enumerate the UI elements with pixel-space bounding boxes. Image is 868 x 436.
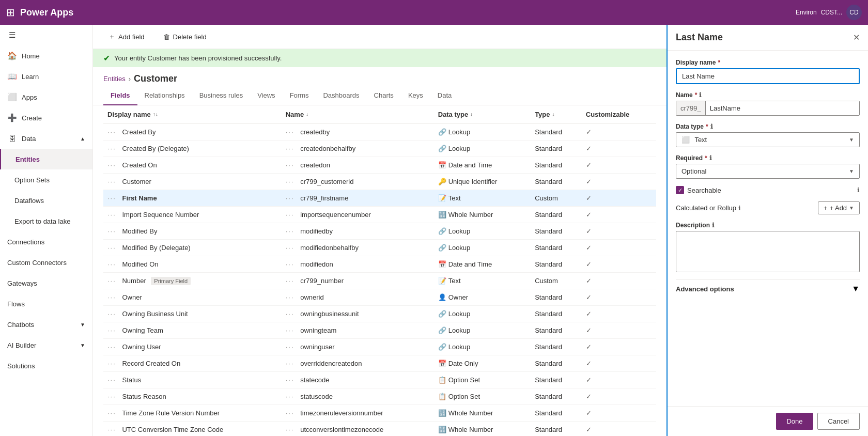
row-menu-icon[interactable]: ··· xyxy=(107,145,116,152)
tab-charts[interactable]: Charts xyxy=(367,86,401,105)
th-name[interactable]: Name ↓ xyxy=(282,105,434,124)
cell-type: Custom xyxy=(531,190,582,207)
row-menu-icon[interactable]: ··· xyxy=(107,409,116,417)
row-menu-icon[interactable]: ··· xyxy=(107,426,116,433)
tab-data[interactable]: Data xyxy=(430,86,459,105)
calculated-info-icon[interactable]: ℹ xyxy=(738,205,741,212)
row-menu-icon[interactable]: ··· xyxy=(107,244,116,252)
sidebar-item-apps[interactable]: ⬜ Apps xyxy=(0,87,92,107)
required-select[interactable]: Optional ▼ xyxy=(676,164,860,179)
breadcrumb-parent[interactable]: Entities xyxy=(103,75,126,83)
row-name-menu-icon[interactable]: ··· xyxy=(286,128,295,136)
sidebar-item-connections[interactable]: Connections xyxy=(0,231,92,252)
done-button[interactable]: Done xyxy=(776,413,813,430)
row-menu-icon[interactable]: ··· xyxy=(107,227,116,235)
row-name-menu-icon[interactable]: ··· xyxy=(286,393,295,400)
sidebar-item-entities[interactable]: Entities xyxy=(0,149,92,169)
sidebar-item-solutions[interactable]: Solutions xyxy=(0,355,92,376)
sidebar-item-create[interactable]: ➕ Create xyxy=(0,107,92,128)
cell-type: Custom xyxy=(531,273,582,289)
advanced-options-row[interactable]: Advanced options ▼ xyxy=(676,279,860,298)
tab-fields[interactable]: Fields xyxy=(103,86,137,105)
sidebar-item-option-sets[interactable]: Option Sets xyxy=(0,169,92,190)
panel-close-button[interactable]: ✕ xyxy=(853,33,860,42)
row-menu-icon[interactable]: ··· xyxy=(107,326,116,334)
sidebar-item-export-data-lake[interactable]: Export to data lake xyxy=(0,211,92,231)
sidebar-item-flows[interactable]: Flows xyxy=(0,293,92,314)
row-name-menu-icon[interactable]: ··· xyxy=(286,260,295,268)
tab-keys[interactable]: Keys xyxy=(401,86,430,105)
data-type-icon: 🔗 xyxy=(438,343,446,351)
sidebar-item-custom-connectors-label: Custom Connectors xyxy=(7,259,67,267)
row-menu-icon[interactable]: ··· xyxy=(107,343,116,351)
row-name-menu-icon[interactable]: ··· xyxy=(286,426,295,433)
row-name-menu-icon[interactable]: ··· xyxy=(286,145,295,152)
sidebar-item-chatbots-label: Chatbots xyxy=(7,321,34,329)
data-type-select[interactable]: ⬜ Text ▼ xyxy=(676,132,860,147)
delete-field-button[interactable]: 🗑 Delete field xyxy=(158,30,212,44)
row-menu-icon[interactable]: ··· xyxy=(107,260,116,268)
row-name-menu-icon[interactable]: ··· xyxy=(286,360,295,367)
cell-display-name: ··· Owner xyxy=(103,289,282,306)
row-menu-icon[interactable]: ··· xyxy=(107,277,116,285)
th-display-name[interactable]: Display name ↑↓ xyxy=(103,105,282,124)
calculated-add-button[interactable]: + + Add ▼ xyxy=(818,201,860,214)
sidebar-item-chatbots[interactable]: Chatbots ▼ xyxy=(0,314,92,335)
tab-relationships[interactable]: Relationships xyxy=(137,86,192,105)
cancel-button[interactable]: Cancel xyxy=(817,413,860,430)
data-type-info-icon[interactable]: ℹ xyxy=(710,123,713,130)
cell-data-type: 🔑Unique Identifier xyxy=(434,174,531,190)
cell-type: Standard xyxy=(531,157,582,174)
row-name-menu-icon[interactable]: ··· xyxy=(286,310,295,318)
waffle-icon[interactable]: ⊞ xyxy=(6,6,15,19)
sidebar-item-home[interactable]: 🏠 Home xyxy=(0,45,92,66)
row-menu-icon[interactable]: ··· xyxy=(107,194,116,202)
row-menu-icon[interactable]: ··· xyxy=(107,128,116,136)
th-type[interactable]: Type ↓ xyxy=(531,105,582,124)
description-textarea[interactable] xyxy=(676,231,860,272)
row-name-menu-icon[interactable]: ··· xyxy=(286,293,295,301)
row-menu-icon[interactable]: ··· xyxy=(107,376,116,384)
sidebar-item-ai-builder[interactable]: AI Builder ▼ xyxy=(0,335,92,355)
searchable-info-icon[interactable]: ℹ xyxy=(857,186,860,194)
row-name-menu-icon[interactable]: ··· xyxy=(286,376,295,384)
row-menu-icon[interactable]: ··· xyxy=(107,360,116,367)
row-name-menu-icon[interactable]: ··· xyxy=(286,326,295,334)
description-info-icon[interactable]: ℹ xyxy=(712,222,715,229)
sidebar-item-hamburger[interactable]: ☰ xyxy=(0,25,92,45)
display-name-input[interactable] xyxy=(676,68,860,84)
row-name-menu-icon[interactable]: ··· xyxy=(286,194,295,202)
row-name-menu-icon[interactable]: ··· xyxy=(286,244,295,252)
tab-views[interactable]: Views xyxy=(250,86,282,105)
avatar[interactable]: CD xyxy=(846,5,862,20)
row-menu-icon[interactable]: ··· xyxy=(107,393,116,400)
row-name-menu-icon[interactable]: ··· xyxy=(286,409,295,417)
row-menu-icon[interactable]: ··· xyxy=(107,293,116,301)
cell-type: Standard xyxy=(531,124,582,141)
tab-forms[interactable]: Forms xyxy=(283,86,316,105)
row-name-menu-icon[interactable]: ··· xyxy=(286,277,295,285)
sidebar-item-gateways[interactable]: Gateways xyxy=(0,273,92,293)
row-name-menu-icon[interactable]: ··· xyxy=(286,227,295,235)
row-name-menu-icon[interactable]: ··· xyxy=(286,343,295,351)
row-menu-icon[interactable]: ··· xyxy=(107,310,116,318)
name-info-icon[interactable]: ℹ xyxy=(699,91,702,99)
required-info-icon[interactable]: ℹ xyxy=(709,154,712,162)
tab-dashboards[interactable]: Dashboards xyxy=(316,86,366,105)
sidebar-item-learn[interactable]: 📖 Learn xyxy=(0,66,92,87)
row-name-menu-icon[interactable]: ··· xyxy=(286,161,295,169)
th-data-type[interactable]: Data type ↓ xyxy=(434,105,531,124)
sidebar-item-custom-connectors[interactable]: Custom Connectors xyxy=(0,252,92,273)
row-menu-icon[interactable]: ··· xyxy=(107,211,116,219)
row-name-menu-icon[interactable]: ··· xyxy=(286,178,295,185)
panel-header: Last Name ✕ xyxy=(668,25,868,51)
sidebar-item-dataflows[interactable]: Dataflows xyxy=(0,190,92,211)
add-field-button[interactable]: ＋ Add field xyxy=(103,29,150,44)
row-menu-icon[interactable]: ··· xyxy=(107,178,116,185)
searchable-checkbox[interactable]: ✓ xyxy=(676,186,684,194)
name-input[interactable] xyxy=(706,101,859,115)
row-menu-icon[interactable]: ··· xyxy=(107,161,116,169)
sidebar-item-data[interactable]: 🗄 Data ▲ xyxy=(0,128,92,149)
tab-business-rules[interactable]: Business rules xyxy=(192,86,251,105)
row-name-menu-icon[interactable]: ··· xyxy=(286,211,295,219)
